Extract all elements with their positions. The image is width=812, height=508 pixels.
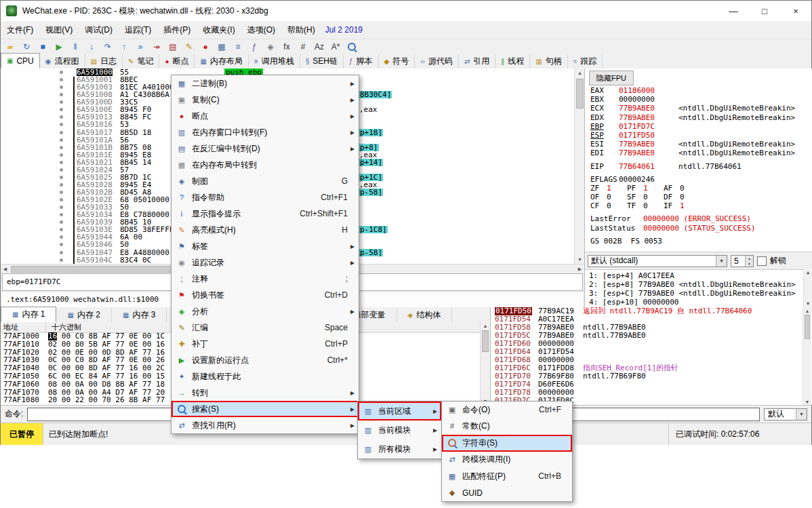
run-button[interactable]: ▶ [52,41,66,53]
arguments-scrollbar[interactable]: ▲ ▼ [803,269,812,307]
breakpoint-dot[interactable] [60,78,63,81]
minimize-button[interactable]: — [718,1,749,21]
breakpoint-dot[interactable] [60,115,63,119]
menu-item-trace-record[interactable]: ◉追踪记录▸ [171,254,359,271]
menu-item-follow-in-disasm[interactable]: ▤在反汇编中转到(D)▸ [171,140,359,157]
menu-item-constant[interactable]: #常数(C) [442,418,572,435]
breakpoint-dot[interactable] [60,213,63,216]
menu-item-highlighting-mode[interactable]: ✎高亮模式(H)H [171,222,359,238]
tab-handles[interactable]: ▥句柄 [530,54,567,69]
register-value[interactable]: 77B64061 [619,162,678,171]
flag-df[interactable]: DF0 [664,193,700,201]
breakpoint-dot[interactable] [60,93,63,96]
menu-item-comment[interactable]: ;注释; [171,271,359,287]
menu-item-current-region[interactable]: ▥当前区域▸ [358,402,441,421]
tab-graph[interactable]: ◉流程图 [40,54,85,69]
close-debuggee-button[interactable]: ■ [36,41,49,53]
tab-struct[interactable]: ◈结构体 [397,308,453,322]
flag-if[interactable]: IF1 [664,201,700,210]
menu-item-intermodular-calls[interactable]: ⇄跨模块调用(I) [442,452,572,469]
hash-button[interactable]: # [296,41,310,53]
call-stack-button[interactable]: ≡ [231,41,245,53]
search-button[interactable] [345,41,359,53]
breakpoint-dot[interactable] [60,183,63,187]
argument-row[interactable]: 4: [esp+10] 00000000 [589,298,812,307]
stack-vertical-scrollbar[interactable]: ▲ ▼ [803,307,811,405]
menu-item-follow-in-dump[interactable]: ▥在内存窗口中转到(F)▸ [171,124,359,140]
menu-item-pattern[interactable]: ▦匹配特征(P)Ctrl+B [442,468,572,485]
scroll-down-icon[interactable]: ▼ [804,300,812,307]
script-button[interactable]: ƒ [247,41,261,53]
menubar-item[interactable]: 选项(O) [241,21,281,39]
chevron-down-icon[interactable]: ▼ [796,409,807,420]
unlock-checkbox[interactable] [757,256,767,266]
breakpoint-dot[interactable] [60,123,63,126]
pause-button[interactable]: ‖ [68,41,82,53]
breakpoint-dot[interactable] [60,235,63,239]
breakpoint-dot[interactable] [60,168,63,172]
notes-button[interactable]: ✎ [182,41,196,53]
flag-pf[interactable]: PF1 [627,184,664,193]
scrollbar-thumb[interactable] [576,79,584,109]
tab-cpu[interactable]: ▣CPU [1,53,40,69]
flag-af[interactable]: AF0 [664,184,700,193]
menu-item-create-new-thread-here[interactable]: ✦新建线程于此 [171,368,359,385]
menu-item-search-for[interactable]: 搜索(S)▸ [171,401,359,417]
flag-tf[interactable]: TF0 [627,201,664,210]
scrollbar-thumb[interactable] [11,266,188,273]
breakpoint-dot[interactable] [60,220,63,224]
tab-trace[interactable]: ≈跟踪 [568,54,603,69]
restart-button[interactable]: ↻ [20,41,33,53]
disasm-vertical-scrollbar[interactable]: ▲ ▼ [574,69,585,264]
tab-script[interactable]: ƒ脚本 [344,54,379,69]
scroll-up-icon[interactable]: ▲ [803,307,811,314]
tab-threads[interactable]: ∥线程 [495,54,530,69]
argument-row[interactable]: 3: [esp+C] 77B9ABE0 <ntdll.DbgUiRemoteBr… [589,289,812,298]
breakpoint-dot[interactable] [60,131,63,134]
execute-till-return-button[interactable]: ↑ [117,41,131,53]
log-button[interactable]: ▤ [166,41,180,53]
eflags-value[interactable]: 00000246 [619,175,678,184]
breakpoint-dot[interactable] [60,138,63,142]
fx-button[interactable]: fx [280,41,293,53]
breakpoint-dot[interactable] [60,146,63,149]
chevron-down-icon[interactable]: ▼ [716,256,727,267]
scroll-down-icon[interactable]: ▼ [803,398,811,405]
tab-breakpoints[interactable]: ●断点 [159,54,195,69]
menubar-item[interactable]: 收藏夹(I) [197,21,241,39]
step-into-button[interactable]: ↓ [85,41,98,53]
scroll-up-icon[interactable]: ▲ [575,69,585,77]
menubar-item[interactable]: 文件(F) [1,21,39,39]
breakpoint-dot[interactable] [60,161,63,164]
breakpoint-dot[interactable] [60,71,63,74]
menu-item-follow-in-memory-map[interactable]: ▦在内存布局中转到 [171,157,359,173]
tab-memory-map[interactable]: ▦内存布局 [195,54,248,69]
breakpoint-dot[interactable] [60,258,63,262]
scrollbar-thumb[interactable] [805,315,810,339]
breakpoint-dot[interactable] [60,206,63,209]
az-button[interactable]: Az [312,41,326,53]
register-value[interactable]: 01186000 [619,86,678,95]
menu-item-instruction-help[interactable]: ?指令帮助Ctrl+F1 [171,189,359,206]
argument-count-stepper[interactable]: 5 ▲▼ [731,255,754,267]
stack-panel[interactable]: 0171FD5077B9AC19返回到 ntdll.77B9AC19 自 ntd… [490,307,812,405]
menu-item-analysis[interactable]: ◈分析▸ [171,303,359,319]
menubar-item[interactable]: 帮助(H) [281,21,321,39]
menubar-item[interactable]: 视图(V) [39,21,79,39]
menu-item-guid[interactable]: ◆GUID [442,485,572,502]
menu-item-all-modules[interactable]: ▥所有模块▸ [358,439,441,458]
breakpoint-dot[interactable] [60,243,63,246]
spinner-arrows-icon[interactable]: ▲▼ [745,256,753,267]
register-value[interactable]: 0171FD7C [619,122,678,131]
breakpoints-button[interactable]: ● [199,41,212,53]
menu-item-set-new-origin-here[interactable]: ▶设置新的运行点Ctrl+* [171,352,359,368]
menu-item-graph[interactable]: ◈制图G [171,173,359,189]
argument-row[interactable]: 2: [esp+8] 77B9ABE0 <ntdll.DbgUiRemoteBr… [589,280,812,289]
calling-convention-select[interactable]: 默认 (stdcall) ▼ [588,255,727,267]
menu-item-label[interactable]: ⚑标签▸ [171,238,359,254]
breakpoint-dot[interactable] [60,228,63,231]
menu-item-assemble[interactable]: ✎汇编Space [171,319,359,336]
titlebar[interactable]: WeChat.exe - PID: 263C - 模块: wechatwin.d… [1,1,811,22]
menubar-item[interactable]: 调试(D) [79,21,119,39]
tab-memory-3[interactable]: ▦内存 3 [112,308,167,322]
